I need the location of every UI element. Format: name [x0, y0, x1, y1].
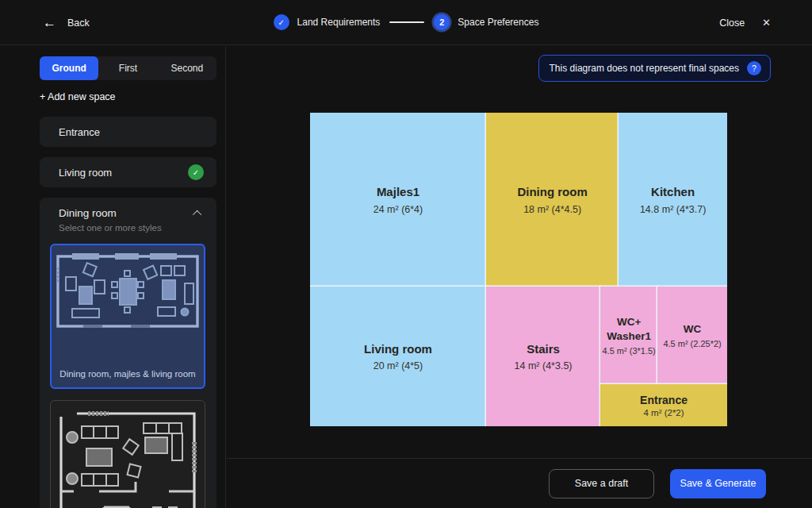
close-icon[interactable]: ✕	[762, 17, 771, 29]
style-option-caption: Dining room, majles & living room	[52, 369, 204, 379]
tab-ground[interactable]: Ground	[40, 56, 98, 80]
room-name: Entrance	[640, 393, 688, 408]
room-stairs: Stairs 14 m² (4*3.5)	[486, 287, 600, 426]
tab-second[interactable]: Second	[158, 56, 216, 80]
room-dining: Dining room 18 m² (4*4.5)	[486, 113, 619, 287]
space-item-label: Dining room	[59, 207, 117, 219]
app-window: ← Back ✓ Land Requirements 2 Space Prefe…	[0, 0, 812, 508]
back-label: Back	[67, 17, 90, 29]
sidebar: Ground First Second + Add new space Entr…	[0, 46, 226, 508]
style-floorplan-thumbnail	[53, 406, 202, 508]
room-living: Living room 20 m² (4*5)	[310, 287, 486, 426]
room-area: 4 m² (2*2)	[643, 408, 684, 418]
footer-bar: Save a draft Save & Generate	[227, 458, 812, 508]
help-icon[interactable]: ?	[747, 61, 761, 75]
step-space-preferences[interactable]: 2 Space Preferences	[434, 14, 538, 30]
room-name: Living room	[364, 341, 432, 357]
room-name: Kitchen	[651, 184, 695, 200]
back-arrow-icon: ←	[43, 16, 56, 29]
room-entrance: Entrance 4 m² (2*2)	[600, 384, 727, 426]
close-button[interactable]: Close	[719, 17, 745, 29]
dining-room-header[interactable]: Dining room	[50, 207, 206, 219]
room-area: 4.5 m² (3*1.5)	[602, 346, 655, 356]
room-area: 18 m² (4*4.5)	[523, 204, 581, 215]
room-kitchen: Kitchen 14.8 m² (4*3.7)	[619, 113, 727, 287]
back-button[interactable]: ← Back	[43, 0, 90, 45]
tab-first[interactable]: First	[98, 56, 157, 80]
chevron-up-icon	[193, 210, 201, 218]
stepper-connector	[389, 21, 424, 23]
room-area: 14.8 m² (4*3.7)	[640, 204, 706, 215]
style-option-2[interactable]	[50, 400, 205, 508]
step-land-requirements[interactable]: ✓ Land Requirements	[274, 14, 381, 30]
space-item-entrance[interactable]: Entrance	[40, 117, 216, 147]
room-wc: WC 4.5 m² (2.25*2)	[657, 287, 727, 384]
room-area: 24 m² (6*4)	[373, 204, 423, 215]
step-label: Land Requirements	[297, 17, 381, 28]
add-new-space-button[interactable]: + Add new space	[40, 91, 116, 102]
style-option-selected[interactable]: Dining room, majles & living room	[50, 244, 205, 389]
save-draft-button[interactable]: Save a draft	[549, 469, 654, 498]
space-item-dining-room: Dining room Select one or more styles	[40, 198, 216, 508]
save-generate-button[interactable]: Save & Generate	[670, 469, 766, 498]
space-item-label: Entrance	[59, 126, 100, 138]
space-item-living-room[interactable]: Living room ✓	[40, 157, 216, 187]
disclaimer-text: This diagram does not represent final sp…	[550, 63, 739, 74]
styles-hint-label: Select one or more styles	[59, 223, 206, 233]
room-area: 4.5 m² (2.25*2)	[663, 339, 721, 348]
room-name: Stairs	[527, 341, 560, 357]
room-majles1: Majles1 24 m² (6*4)	[310, 113, 486, 287]
main-content: This diagram does not represent final sp…	[227, 46, 812, 508]
room-name: Dining room	[517, 184, 587, 200]
check-icon: ✓	[188, 164, 204, 180]
floor-plan-diagram: Majles1 24 m² (6*4) Dining room 18 m² (4…	[310, 113, 727, 426]
style-floorplan-thumbnail	[53, 250, 202, 333]
room-name: WC+ Washer1	[600, 315, 657, 344]
space-item-label: Living room	[59, 167, 112, 179]
close-group: Close ✕	[719, 0, 771, 45]
top-bar: ← Back ✓ Land Requirements 2 Space Prefe…	[0, 0, 812, 45]
room-wc-washer1: WC+ Washer1 4.5 m² (3*1.5)	[600, 287, 657, 384]
floor-tab-group: Ground First Second	[40, 56, 216, 80]
room-name: WC	[684, 322, 702, 337]
step-complete-check-icon: ✓	[274, 14, 289, 30]
stepper: ✓ Land Requirements 2 Space Preferences	[274, 14, 539, 30]
room-area: 20 m² (4*5)	[373, 360, 423, 371]
disclaimer-banner: This diagram does not represent final sp…	[538, 55, 771, 82]
room-area: 14 m² (4*3.5)	[515, 360, 573, 371]
step-number-badge: 2	[434, 14, 450, 30]
room-name: Majles1	[377, 184, 419, 200]
step-label: Space Preferences	[458, 17, 538, 28]
